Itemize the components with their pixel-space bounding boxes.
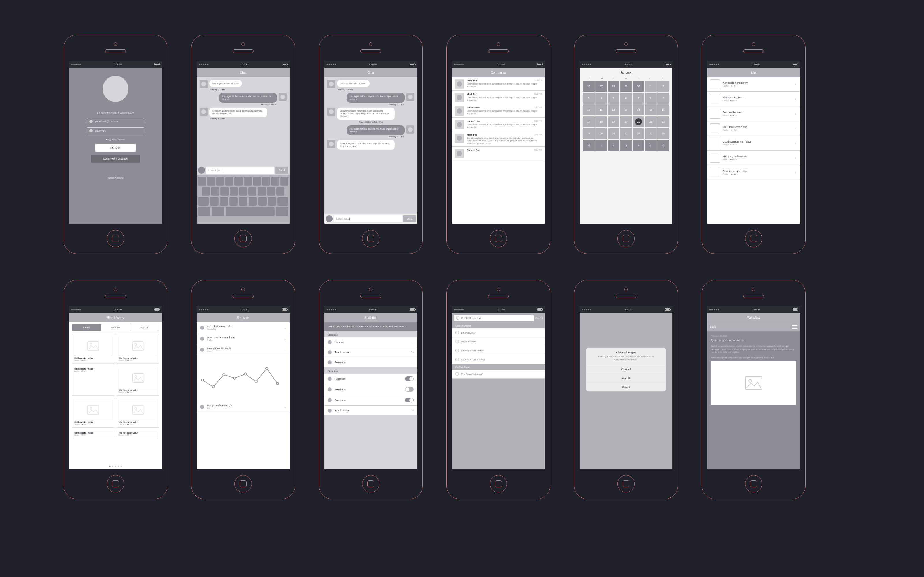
calendar-day[interactable]: 23 <box>657 116 669 127</box>
forgot-password-link[interactable]: Forgot Password? <box>106 138 125 141</box>
search-suggestion[interactable]: graphic burger design <box>452 346 545 355</box>
settings-row[interactable]: Possenon <box>324 384 417 395</box>
list-item[interactable]: Cui Tubuli nomen odioFashion ★★★★★› <box>707 121 800 136</box>
settings-row[interactable]: Tubuli nomenOff <box>324 406 417 416</box>
list-item[interactable]: Non posse honeste viviFashion ★★★★★› <box>707 77 800 92</box>
calendar-day[interactable]: 28 <box>608 81 619 92</box>
calendar-day[interactable]: 31 <box>583 140 594 151</box>
cancel-button[interactable]: Cancel <box>586 382 666 392</box>
password-field[interactable]: password <box>87 127 144 134</box>
comment-item[interactable]: Mark Doe5:28 PMLorem ipsum dolor sit ame… <box>452 90 545 104</box>
email-field[interactable]: youremail@mail.com <box>87 118 144 125</box>
calendar-day[interactable]: 27 <box>620 128 632 139</box>
calendar-day[interactable]: 28 <box>633 128 644 139</box>
calendar-day[interactable]: 3 <box>583 93 594 103</box>
list-item[interactable]: Sed quot hominesInterior ★★★★★› <box>707 106 800 121</box>
list-item[interactable]: Nisi honeste vivaturDesign ★★★★★› <box>707 92 800 106</box>
search-option[interactable]: Find "graphic burger" <box>452 369 545 379</box>
comment-item[interactable]: Simone Doe5:33 PM <box>452 147 545 160</box>
calendar-day[interactable]: 24 <box>583 128 594 139</box>
calendar-day[interactable]: 1 <box>645 81 657 92</box>
stat-row[interactable]: Non posse honeste viviAccess⌄ <box>197 401 290 412</box>
settings-row[interactable]: Possenon <box>324 374 417 384</box>
calendar-day[interactable]: 17 <box>583 116 594 127</box>
attach-button[interactable] <box>326 215 333 222</box>
keep-all-button[interactable]: Keep All <box>586 374 666 382</box>
login-button[interactable]: LOGIN <box>95 143 136 152</box>
list-item[interactable]: Quod cognitum non habetDesign ★★★★★› <box>707 136 800 151</box>
calendar-day[interactable]: 19 <box>608 116 619 127</box>
blog-card[interactable]: Nisi honeste vivaturDesign ★★★★★ <box>117 366 159 395</box>
calendar-day[interactable]: 20 <box>620 116 632 127</box>
calendar-day[interactable]: 30 <box>657 128 669 139</box>
search-suggestion[interactable]: graphic burger mockup <box>452 355 545 364</box>
send-button[interactable]: Send <box>403 215 416 222</box>
calendar-day[interactable]: 13 <box>620 105 632 115</box>
stat-row[interactable]: Cui Tubuli nomen odioAccounting⌄ <box>197 322 290 333</box>
calendar-day[interactable]: 25 <box>595 128 607 139</box>
stat-row[interactable]: Piso magna dissensioVisits⌃ <box>197 344 290 355</box>
calendar-day[interactable]: 14 <box>633 105 644 115</box>
login-facebook-button[interactable]: Login With Facebook <box>91 155 140 163</box>
create-account-link[interactable]: Create Account <box>108 177 124 179</box>
calendar-day[interactable]: 4 <box>595 93 607 103</box>
stat-row[interactable]: Quod cognitum non habetTraffic⌄ <box>197 333 290 344</box>
list-item[interactable]: Piso magna dissensioInterior ★★★★★› <box>707 151 800 165</box>
message-input[interactable]: Lorem ipsu| <box>334 215 402 222</box>
blog-card[interactable]: Nisi honeste vivaturDesign ★★★★★ <box>72 398 114 427</box>
blog-card[interactable]: Nisi honeste vivaturDesign ★★★★★ <box>117 398 159 427</box>
search-suggestion[interactable]: graphic burger <box>452 337 545 346</box>
settings-row[interactable]: Possenon <box>324 395 417 406</box>
tab-latest[interactable]: Latest <box>72 324 101 330</box>
settings-row[interactable]: Tubuli nomenOn <box>324 347 417 358</box>
close-all-button[interactable]: Close All <box>586 365 666 374</box>
calendar-day[interactable]: 26 <box>583 81 594 92</box>
message-input[interactable]: Lorem ipsu| <box>206 167 274 174</box>
calendar-day[interactable]: 6 <box>657 140 669 151</box>
keyboard[interactable] <box>197 175 290 224</box>
calendar-day[interactable]: 15 <box>645 105 657 115</box>
search-suggestion[interactable]: graphicburger <box>452 328 545 337</box>
calendar-day[interactable]: 29 <box>620 81 632 92</box>
calendar-day[interactable]: 26 <box>608 128 619 139</box>
blog-card[interactable]: Nisi honeste vivaturDesign ★★★★★ <box>117 334 159 364</box>
tab-favorites[interactable]: Favorites <box>101 324 130 330</box>
blog-card[interactable]: Nisi honeste vivaturDesign ★★★★★ <box>72 430 114 438</box>
attach-button[interactable] <box>198 167 205 174</box>
calendar-day[interactable]: 12 <box>608 105 619 115</box>
comment-item[interactable]: John Doe5:20 PMLorem ipsum dolor sit ame… <box>452 77 545 90</box>
calendar-day[interactable]: 4 <box>633 140 644 151</box>
settings-row[interactable]: Possenon› <box>324 358 417 367</box>
calendar-day[interactable]: 2 <box>608 140 619 151</box>
calendar-day[interactable]: 22 <box>645 116 657 127</box>
search-input[interactable]: GraphicBurger.com <box>454 315 534 321</box>
calendar-day[interactable]: 21 <box>633 116 644 127</box>
calendar-day[interactable]: 2 <box>657 81 669 92</box>
comment-item[interactable]: Mark Doe5:33 PMSed ut perspiciatis unde … <box>452 131 545 147</box>
menu-icon[interactable] <box>792 325 797 329</box>
send-button[interactable]: Send <box>275 167 288 174</box>
calendar-day[interactable]: 10 <box>583 105 594 115</box>
blog-card[interactable]: Nisi honeste vivaturDesign ★★★★★ <box>117 430 159 438</box>
calendar-day[interactable]: 1 <box>595 140 607 151</box>
blog-card[interactable]: Nisi honeste vivaturDesign ★★★★★ <box>72 334 114 364</box>
calendar-day[interactable]: 9 <box>657 93 669 103</box>
cancel-button[interactable]: Cancel <box>535 317 543 319</box>
settings-row[interactable]: Honeste› <box>324 337 417 347</box>
calendar-day[interactable]: 27 <box>595 81 607 92</box>
calendar-day[interactable]: 5 <box>608 93 619 103</box>
calendar-day[interactable]: 5 <box>645 140 657 151</box>
comment-item[interactable]: Patrick Doe5:27 PMLorem ipsum dolor sit … <box>452 104 545 118</box>
calendar-day[interactable]: 30 <box>633 81 644 92</box>
calendar-day[interactable]: 11 <box>595 105 607 115</box>
toggle[interactable] <box>405 398 414 403</box>
tab-popular[interactable]: Popular <box>130 324 159 330</box>
blog-card[interactable]: Nisi honeste vivaturDesign ★★★★★ <box>72 366 114 395</box>
list-item[interactable]: Experiamur igitur inquiFashion ★★★★★› <box>707 165 800 180</box>
calendar-day[interactable]: 7 <box>633 93 644 103</box>
toggle[interactable] <box>405 377 414 381</box>
calendar-day[interactable]: 8 <box>645 93 657 103</box>
calendar-day[interactable]: 3 <box>620 140 632 151</box>
calendar-day[interactable]: 29 <box>645 128 657 139</box>
calendar-day[interactable]: 6 <box>620 93 632 103</box>
